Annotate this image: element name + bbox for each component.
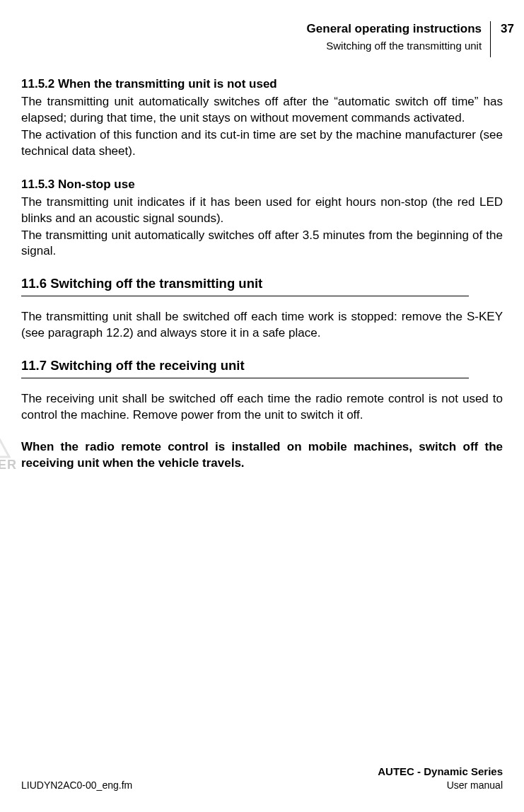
paragraph: The receiving unit shall be switched off… <box>21 391 503 424</box>
footer-filename: LIUDYN2AC0-00_eng.fm <box>21 779 132 792</box>
footer-brand: AUTEC - Dynamic Series <box>378 765 503 779</box>
paragraph: The transmitting unit automatically swit… <box>21 94 503 127</box>
paragraph: The transmitting unit indicates if it ha… <box>21 195 503 227</box>
page-footer: LIUDYN2AC0-00_eng.fm AUTEC - Dynamic Ser… <box>21 765 503 792</box>
header-text-block: General operating instructions Switching… <box>307 21 491 57</box>
footer-right-block: AUTEC - Dynamic Series User manual <box>378 765 503 792</box>
paragraph-bold: When the radio remote control is install… <box>21 439 503 472</box>
heading-11-7: 11.7 Switching off the receiving unit <box>21 357 469 378</box>
header-title: General operating instructions <box>307 21 482 37</box>
footer-doc-type: User manual <box>378 779 503 792</box>
page-header: General operating instructions Switching… <box>307 21 524 57</box>
heading-11-5-2: 11.5.2 When the transmitting unit is not… <box>21 76 503 93</box>
page-content: 11.5.2 When the transmitting unit is not… <box>21 76 503 472</box>
watermark-text: GER <box>0 456 17 473</box>
page-number: 37 <box>491 21 524 37</box>
watermark-triangle-icon <box>0 439 11 463</box>
heading-11-6: 11.6 Switching off the transmitting unit <box>21 275 469 296</box>
paragraph: The activation of this function and its … <box>21 127 503 160</box>
header-subtitle: Switching off the transmitting unit <box>307 39 482 53</box>
paragraph: The transmitting unit shall be switched … <box>21 309 503 342</box>
paragraph: The transmitting unit automatically swit… <box>21 228 503 260</box>
heading-11-5-3: 11.5.3 Non-stop use <box>21 177 503 193</box>
